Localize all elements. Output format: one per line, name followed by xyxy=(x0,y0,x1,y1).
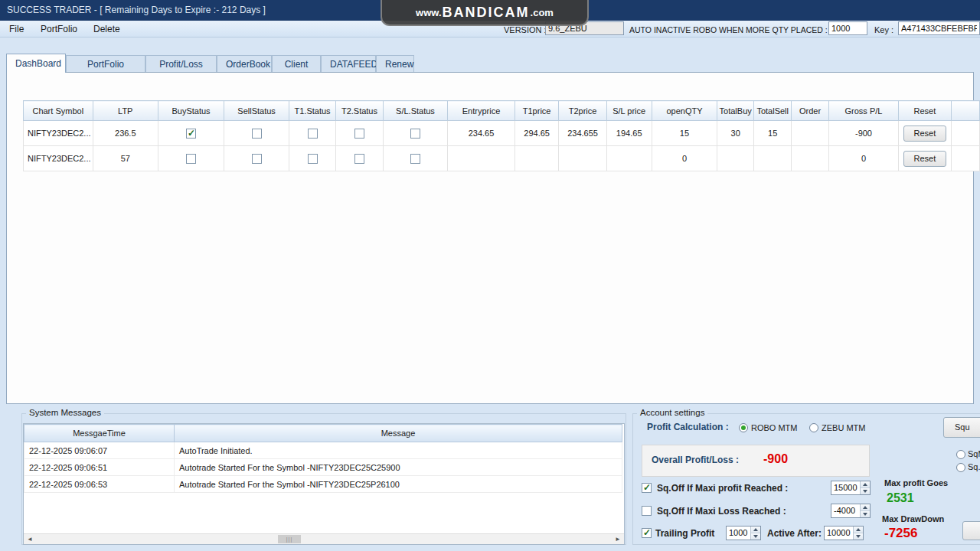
zebu-mtm-radio[interactable] xyxy=(809,423,818,432)
cell-t1price: 294.65 xyxy=(514,121,558,146)
message-text: Autotrade Started For the Symbol -NIFTY2… xyxy=(175,476,622,493)
chevron-up-icon[interactable] xyxy=(854,527,863,533)
stepper-spin xyxy=(860,504,870,517)
t1status-checkbox[interactable] xyxy=(308,129,318,139)
menu-delete[interactable]: Delete xyxy=(87,21,126,37)
col-totalsell[interactable]: TotalSell xyxy=(753,101,791,121)
col-t2price[interactable]: T2price xyxy=(559,101,606,121)
t2status-checkbox[interactable] xyxy=(354,129,364,139)
key-input[interactable] xyxy=(898,21,980,35)
chevron-down-icon[interactable] xyxy=(854,533,863,540)
col-buystatus[interactable]: BuyStatus xyxy=(158,101,224,121)
reset-button[interactable]: Reset xyxy=(903,151,946,167)
buystatus-checkbox[interactable] xyxy=(186,154,196,164)
tab-profit-loss-book[interactable]: Profit/Loss Book xyxy=(145,55,217,72)
tab-renew[interactable]: Renew xyxy=(376,55,414,72)
col-sl-price[interactable]: S/L price xyxy=(606,101,652,121)
slstatus-checkbox[interactable] xyxy=(410,129,420,139)
trailing-profit-value: 1000 xyxy=(727,527,750,540)
col-sl-status[interactable]: S/L.Status xyxy=(383,101,447,121)
menu-portfolio[interactable]: PortFolio xyxy=(34,21,83,37)
tab-dashboard[interactable]: DashBoard xyxy=(6,54,66,73)
list-item-selected[interactable]: 22-12-2025 09:06:53 Autotrade Started Fo… xyxy=(24,476,622,493)
col-t1-status[interactable]: T1.Status xyxy=(289,101,336,121)
menu-file[interactable]: File xyxy=(3,21,30,37)
chevron-up-icon[interactable] xyxy=(751,527,760,533)
max-drawdown-label: Max DrawDown xyxy=(882,514,944,523)
col-t2-status[interactable]: T2.Status xyxy=(336,101,384,121)
list-item[interactable]: 22-12-2025 09:06:51 Autotrade Started Fo… xyxy=(24,459,622,476)
buystatus-checkbox[interactable] xyxy=(186,129,196,139)
sqoff-profit-checkbox[interactable] xyxy=(642,483,652,493)
active-after-stepper[interactable]: 10000 xyxy=(824,526,864,540)
watermark-www: www. xyxy=(416,7,441,18)
messages-horizontal-scrollbar[interactable]: ◄ ||| ► xyxy=(24,533,624,544)
partial-radio-2[interactable] xyxy=(956,463,965,472)
partial-bottom-right-button[interactable] xyxy=(962,521,980,540)
cell-t2status xyxy=(336,146,384,171)
t2status-checkbox[interactable] xyxy=(354,154,364,164)
window-title: SUCCESS TRADER - [ Remaining Days to Exp… xyxy=(7,5,266,15)
trailing-profit-checkbox[interactable] xyxy=(642,528,652,538)
cell-t1price xyxy=(514,146,558,171)
col-gross-pl[interactable]: Gross P/L xyxy=(828,101,898,121)
col-t1price[interactable]: T1price xyxy=(514,101,558,121)
robo-mtm-radio[interactable] xyxy=(739,423,748,432)
col-openqty[interactable]: openQTY xyxy=(652,101,717,121)
chevron-down-icon[interactable] xyxy=(861,488,870,494)
trailing-profit-stepper[interactable]: 1000 xyxy=(726,526,761,540)
cell-extra-partial-button[interactable] xyxy=(951,121,979,146)
col-ltp[interactable]: LTP xyxy=(93,101,158,121)
cell-reset: Reset xyxy=(899,121,951,146)
overall-pl-label: Overall Profit/Loss : xyxy=(652,455,739,465)
col-reset[interactable]: Reset xyxy=(899,101,951,121)
chevron-down-icon[interactable] xyxy=(751,533,760,540)
sqoff-profit-label: Sq.Off If Maxi profit Reached : xyxy=(657,483,788,494)
watermark-brand: BANDICAM xyxy=(443,5,530,21)
cell-order xyxy=(792,121,828,146)
sqoff-loss-value: -4000 xyxy=(831,504,860,517)
chevron-down-icon[interactable] xyxy=(861,511,870,517)
chevron-up-icon[interactable] xyxy=(861,481,870,488)
overall-pl-panel: Overall Profit/Loss : -900 xyxy=(642,445,870,477)
col-message-time[interactable]: MessgaeTime xyxy=(24,425,175,442)
arrow-left-icon[interactable]: ◄ xyxy=(24,534,36,544)
auto-inactive-qty-input[interactable] xyxy=(828,21,867,35)
tab-client-api[interactable]: Client API xyxy=(272,55,321,72)
col-message[interactable]: Message xyxy=(175,425,622,442)
scrollbar-thumb[interactable]: ||| xyxy=(278,535,301,543)
cell-totalbuy: 30 xyxy=(717,121,754,146)
zebu-mtm-label: ZEBU MTM xyxy=(822,423,865,432)
reset-button[interactable]: Reset xyxy=(903,126,946,142)
tab-portfolio-settings[interactable]: PortFolio Settings xyxy=(66,55,145,72)
sqoff-profit-stepper[interactable]: 15000 xyxy=(831,481,871,495)
cell-extra-partial-button[interactable] xyxy=(951,146,979,171)
cell-totalsell xyxy=(753,146,791,171)
col-chart-symbol[interactable]: Chart Symbol xyxy=(24,101,93,121)
tab-datafeed[interactable]: DATAFEED xyxy=(321,55,376,72)
sellstatus-checkbox[interactable] xyxy=(252,129,262,139)
tab-orderbook[interactable]: OrderBook xyxy=(217,55,272,72)
table-row: NIFTY23DEC2... 57 0 0 Reset xyxy=(24,146,980,171)
messages-table: MessgaeTime Message 22-12-2025 09:06:07 … xyxy=(24,424,622,493)
partial-radio-1[interactable] xyxy=(956,450,965,459)
square-off-partial-button[interactable]: Squ xyxy=(943,417,980,438)
message-time: 22-12-2025 09:06:51 xyxy=(24,459,175,476)
cell-t1status xyxy=(289,121,336,146)
arrow-right-icon[interactable]: ► xyxy=(612,534,624,544)
t1status-checkbox[interactable] xyxy=(308,154,318,164)
col-sellstatus[interactable]: SellStatus xyxy=(224,101,289,121)
sqoff-loss-checkbox[interactable] xyxy=(642,506,652,516)
cell-gross-pl: -900 xyxy=(828,121,898,146)
col-entryprice[interactable]: Entryprice xyxy=(448,101,515,121)
sellstatus-checkbox[interactable] xyxy=(252,154,262,164)
trailing-profit-label: Trailing Profit xyxy=(655,528,714,539)
col-totalbuy[interactable]: TotalBuy xyxy=(717,101,754,121)
slstatus-checkbox[interactable] xyxy=(410,154,420,164)
chevron-up-icon[interactable] xyxy=(861,504,870,511)
active-after-label: Active After: xyxy=(767,528,822,539)
sqoff-loss-stepper[interactable]: -4000 xyxy=(831,504,871,518)
max-profit-value: 2531 xyxy=(887,491,914,505)
list-item[interactable]: 22-12-2025 09:06:07 AutoTrade Initiated. xyxy=(24,442,622,459)
col-order[interactable]: Order xyxy=(792,101,828,121)
